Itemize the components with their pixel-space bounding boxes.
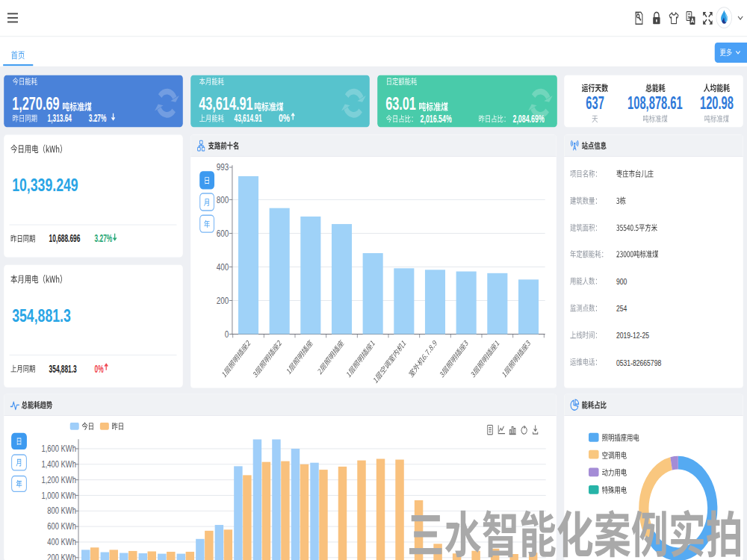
svg-text:800 KWh: 800 KWh [47,505,76,516]
svg-text:1,400 KWh: 1,400 KWh [42,459,76,470]
svg-text:200 KWh: 200 KWh [47,553,76,560]
svg-text:600: 600 [217,227,229,238]
svg-text:1,600 KWh: 1,600 KWh [42,444,76,454]
svg-text:600 KWh: 600 KWh [47,521,76,532]
svg-text:400: 400 [217,261,229,272]
svg-text:800: 800 [217,193,229,205]
svg-text:0: 0 [225,328,229,339]
svg-text:1,000 KWh: 1,000 KWh [42,490,76,500]
svg-text:200: 200 [217,294,229,305]
svg-text:993: 993 [217,161,229,172]
svg-text:1,200 KWh: 1,200 KWh [42,474,76,485]
svg-text:400 KWh: 400 KWh [47,537,76,547]
